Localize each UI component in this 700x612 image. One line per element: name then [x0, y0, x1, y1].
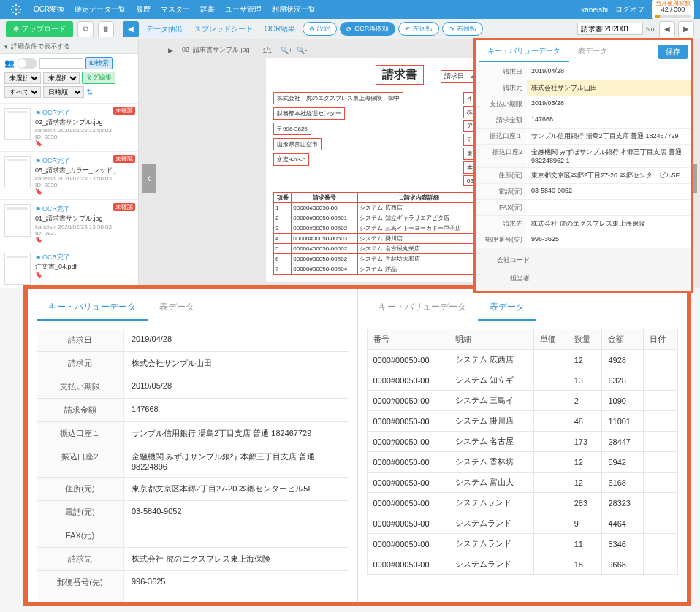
big-table-tab-keyvalue[interactable]: キー・バリューデータ	[367, 295, 478, 321]
tag-edit-chip[interactable]: タグ編集	[82, 72, 115, 84]
table-cell[interactable]: システムランド	[449, 493, 534, 513]
zoom-in-icon[interactable]: 🔍+	[281, 47, 292, 54]
table-cell[interactable]: 18	[568, 554, 602, 575]
big-kv-tab-keyvalue[interactable]: キー・バリューデータ	[37, 295, 148, 321]
toolbar-back-button[interactable]: ◀	[123, 21, 139, 37]
table-cell[interactable]: システム 富山大	[449, 473, 534, 493]
table-cell[interactable]: 0000#00050-00	[367, 473, 449, 493]
table-cell[interactable]: 48	[568, 411, 602, 432]
big-table-tab-table[interactable]: 表データ	[478, 295, 536, 321]
table-cell[interactable]: システム 香林坊	[449, 452, 534, 473]
table-cell[interactable]	[534, 473, 568, 493]
table-cell[interactable]	[534, 391, 568, 411]
kv-tab-keyvalue[interactable]: キー・バリューデータ	[479, 42, 569, 62]
file-item[interactable]: ⚑OCR完了 01_請求書サンプル.jpg kaneishi 2020/02/2…	[0, 200, 138, 248]
kv-lower-value[interactable]	[534, 253, 683, 268]
rotate-right-button[interactable]: ↷右回転	[442, 22, 483, 36]
user-name[interactable]: kaneishi	[581, 6, 608, 14]
table-cell[interactable]: 0000#00050-00	[367, 493, 449, 513]
table-cell[interactable]: 0000#00050-00	[367, 370, 449, 391]
table-cell[interactable]: 28447	[602, 432, 644, 452]
big-kv-value[interactable]: サンプル信用銀行 湯島2丁目支店 普通 182467729	[124, 422, 349, 445]
page-nav-prev[interactable]: ▶	[168, 47, 173, 54]
table-cell[interactable]: システム 掛川店	[449, 411, 534, 432]
table-cell[interactable]: 6168	[602, 473, 644, 493]
table-cell[interactable]: システムランド	[449, 534, 534, 554]
table-cell[interactable]: 12	[568, 350, 602, 370]
table-cell[interactable]: 0000#00050-00	[367, 513, 449, 534]
table-cell[interactable]: 9668	[602, 554, 644, 575]
big-kv-value[interactable]: 東京都文京区本郷2丁目27-20 本郷センタービル5F	[124, 478, 349, 500]
table-cell[interactable]	[644, 432, 678, 452]
big-kv-tab-table[interactable]: 表データ	[148, 295, 206, 321]
filter-text-input[interactable]	[39, 58, 83, 69]
table-cell[interactable]: 6328	[602, 370, 644, 391]
table-cell[interactable]	[644, 391, 678, 411]
delete-button[interactable]: 🗑	[98, 21, 114, 37]
big-kv-value[interactable]: 2019/05/28	[124, 375, 349, 398]
table-cell[interactable]: 0000#00050-00	[367, 350, 449, 370]
table-cell[interactable]	[534, 513, 568, 534]
kv-value[interactable]: 株式会社サンプル山田	[527, 80, 691, 96]
file-item[interactable]: ⚑OCR完了 注文書_04.pdf 🔖	[0, 248, 138, 288]
table-cell[interactable]	[644, 370, 678, 391]
tab-data-extract[interactable]: データ抽出	[142, 22, 187, 37]
logout-link[interactable]: ログオフ	[615, 4, 644, 15]
upload-button[interactable]: ⊕ アップロード	[6, 21, 73, 37]
rotate-left-button[interactable]: ↶左回転	[398, 22, 439, 36]
filter-select-order[interactable]: 日時順	[43, 86, 84, 98]
table-cell[interactable]: 1090	[602, 391, 644, 411]
kv-value[interactable]: 金融機関 みずほサンプル銀行 本郷三丁目支店 普通 982248962 1	[527, 145, 691, 167]
big-kv-value[interactable]: 金融機関 みずほサンプル銀行 本郷三丁目支店 普通 98224896	[124, 445, 349, 477]
copy-button[interactable]: ⧉	[77, 21, 94, 37]
detail-condition-toggle[interactable]: ▾ 詳細条件で表示する	[0, 39, 138, 54]
filter-select-2[interactable]: 未選択	[43, 72, 80, 84]
table-cell[interactable]: 0000#00050-00	[367, 391, 449, 411]
kv-value[interactable]: サンプル信用銀行 湯島2丁目支店 普通 182467729	[527, 129, 691, 144]
table-cell[interactable]: 0000#00050-00	[367, 534, 449, 554]
table-cell[interactable]: 0000#00050-00	[367, 411, 449, 432]
kv-value[interactable]: 147668	[527, 112, 691, 128]
nav-item[interactable]: マスター	[161, 4, 190, 15]
big-kv-value[interactable]: 996-3625	[124, 571, 349, 594]
table-cell[interactable]: 5346	[602, 534, 644, 554]
filter-select-1[interactable]: 未選択	[4, 72, 41, 84]
save-button[interactable]: 保存	[658, 45, 688, 59]
table-cell[interactable]	[534, 350, 568, 370]
kv-value[interactable]: 2019/05/28	[527, 96, 691, 112]
table-cell[interactable]	[644, 534, 678, 554]
table-cell[interactable]: 12	[568, 473, 602, 493]
kv-tab-table[interactable]: 表データ	[569, 42, 616, 62]
kv-value[interactable]: 996-3625	[527, 232, 691, 248]
table-cell[interactable]	[534, 370, 568, 391]
table-cell[interactable]	[534, 493, 568, 513]
nav-item[interactable]: ユーザ管理	[225, 4, 262, 15]
table-cell[interactable]	[534, 411, 568, 432]
doc-prev-arrow[interactable]: ‹	[142, 164, 156, 193]
zoom-out-icon[interactable]: 🔍-	[297, 47, 307, 54]
table-cell[interactable]: 12	[568, 452, 602, 473]
tab-spreadsheet[interactable]: スプレッドシート	[190, 22, 257, 37]
table-cell[interactable]	[644, 350, 678, 370]
nav-item[interactable]: 確定データ一覧	[75, 4, 126, 15]
kv-value[interactable]	[527, 200, 691, 215]
table-cell[interactable]	[644, 452, 678, 473]
kv-lower-value[interactable]	[534, 271, 683, 286]
filter-toggle[interactable]	[17, 58, 37, 69]
table-cell[interactable]	[644, 513, 678, 534]
table-cell[interactable]	[534, 534, 568, 554]
next-doc-button[interactable]: ▶	[678, 21, 694, 37]
big-kv-value[interactable]: 147668	[124, 399, 349, 421]
table-cell[interactable]: システム 知立ギ	[449, 370, 534, 391]
big-kv-value[interactable]: 株式会社 虎のエクスプレス東上海保険	[124, 548, 349, 570]
kv-value[interactable]: 03-5840-9052	[527, 184, 691, 199]
table-cell[interactable]: システム 広西店	[449, 350, 534, 370]
table-cell[interactable]: 0000#00050-00	[367, 432, 449, 452]
sort-icon[interactable]: ⇅	[86, 88, 93, 97]
table-cell[interactable]: 11	[568, 534, 602, 554]
id-search-chip[interactable]: ID検索	[85, 57, 113, 69]
nav-item[interactable]: OCR変換	[34, 4, 64, 15]
table-cell[interactable]: 11001	[602, 411, 644, 432]
table-cell[interactable]	[534, 554, 568, 575]
table-cell[interactable]: 5942	[602, 452, 644, 473]
